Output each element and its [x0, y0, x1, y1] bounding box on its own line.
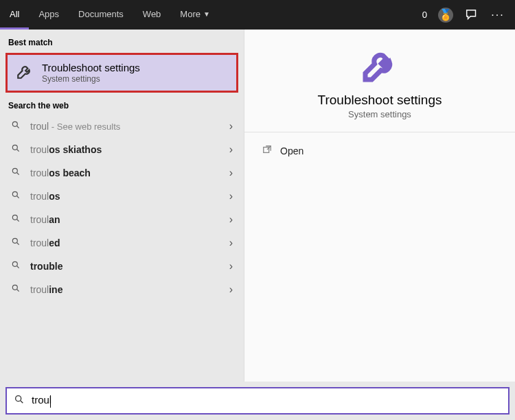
svg-point-5 [12, 238, 17, 243]
svg-point-3 [12, 191, 17, 196]
preview-subtitle: System settings [348, 109, 411, 119]
best-match-item[interactable]: Troubleshoot settings System settings [5, 53, 238, 93]
tab-apps[interactable]: Apps [29, 0, 69, 30]
rewards-points: 0 [422, 10, 427, 20]
chevron-right-icon: › [229, 283, 233, 296]
wrench-icon [360, 46, 399, 87]
open-label: Open [280, 145, 304, 156]
web-result-text: troul - See web results [30, 121, 229, 132]
more-options-icon[interactable]: ··· [490, 8, 505, 23]
search-bar[interactable]: troul [5, 387, 510, 415]
web-result-item[interactable]: troulos beach› [0, 161, 244, 185]
chevron-right-icon: › [229, 167, 233, 179]
preview-actions: Open [244, 132, 515, 159]
web-result-item[interactable]: trouline› [0, 278, 244, 301]
web-result-item[interactable]: troulos› [0, 185, 244, 208]
svg-point-9 [16, 396, 21, 401]
preview-header: Troubleshoot settings System settings [244, 30, 515, 132]
search-icon [11, 167, 21, 179]
svg-point-2 [12, 168, 17, 173]
chevron-right-icon: › [229, 190, 233, 202]
open-icon [262, 145, 272, 156]
web-result-item[interactable]: trouble› [0, 255, 244, 278]
web-result-text: trouble [30, 261, 229, 272]
svg-point-1 [12, 145, 17, 150]
svg-point-6 [12, 261, 17, 266]
search-icon [11, 283, 21, 296]
search-icon [14, 394, 25, 408]
tab-all[interactable]: All [0, 0, 29, 30]
filter-tabs: All Apps Documents Web More▼ [0, 0, 220, 30]
web-result-text: troulos [30, 191, 229, 202]
chevron-down-icon: ▼ [203, 10, 210, 18]
chevron-right-icon: › [229, 260, 233, 272]
search-icon [11, 190, 21, 202]
best-match-header: Best match [0, 34, 244, 51]
best-match-subtitle: System settings [42, 74, 140, 84]
web-result-item[interactable]: troulan› [0, 208, 244, 231]
search-icon [11, 143, 21, 156]
web-result-item[interactable]: troul - See web results› [0, 115, 244, 138]
rewards-icon[interactable]: 🏅 [438, 8, 453, 23]
main-area: Best match Troubleshoot settings System … [0, 30, 515, 382]
web-result-text: troulos skiathos [30, 144, 229, 155]
svg-point-7 [12, 285, 17, 290]
feedback-icon[interactable] [464, 8, 479, 23]
web-results-list: troul - See web results›troulos skiathos… [0, 115, 244, 301]
search-icon [11, 237, 21, 249]
web-result-text: trouline [30, 284, 229, 295]
tab-web[interactable]: Web [133, 0, 171, 30]
best-match-title: Troubleshoot settings [42, 62, 140, 73]
search-web-header: Search the web [0, 97, 244, 115]
topbar-right: 0 🏅 ··· [422, 0, 510, 30]
web-result-item[interactable]: trouled› [0, 231, 244, 255]
web-result-text: troulan [30, 214, 229, 225]
chevron-right-icon: › [229, 143, 233, 156]
search-icon [11, 120, 21, 132]
svg-point-0 [12, 121, 17, 126]
search-icon [11, 213, 21, 226]
best-match-text: Troubleshoot settings System settings [42, 62, 140, 84]
web-result-text: trouled [30, 237, 229, 248]
preview-panel: Troubleshoot settings System settings Op… [244, 30, 515, 382]
web-result-item[interactable]: troulos skiathos› [0, 138, 244, 161]
text-caret [50, 395, 51, 408]
search-input[interactable]: troul [32, 394, 501, 407]
topbar: All Apps Documents Web More▼ 0 🏅 ··· [0, 0, 515, 30]
tab-more[interactable]: More▼ [170, 0, 220, 30]
preview-title: Troubleshoot settings [318, 93, 442, 108]
chevron-right-icon: › [229, 120, 233, 132]
search-icon [11, 260, 21, 272]
svg-point-4 [12, 215, 17, 220]
web-result-text: troulos beach [30, 167, 229, 178]
results-panel: Best match Troubleshoot settings System … [0, 30, 244, 382]
open-button[interactable]: Open [257, 142, 515, 159]
wrench-icon [16, 62, 34, 83]
tab-documents[interactable]: Documents [69, 0, 133, 30]
chevron-right-icon: › [229, 237, 233, 249]
chevron-right-icon: › [229, 213, 233, 226]
